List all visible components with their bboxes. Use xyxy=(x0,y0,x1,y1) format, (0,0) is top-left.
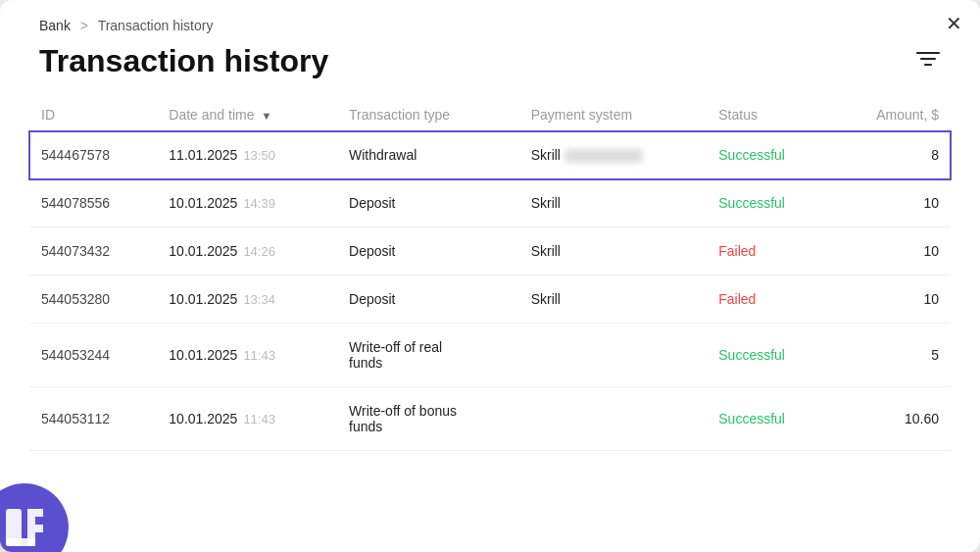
cell-amount: 10 xyxy=(831,276,951,324)
col-amount: Amount, $ xyxy=(831,99,951,131)
col-type: Transaction type xyxy=(337,99,519,131)
cell-payment: Skrill xyxy=(519,131,708,179)
cell-datetime: 10.01.202513:34 xyxy=(157,276,337,324)
cell-status: Failed xyxy=(707,276,831,324)
breadcrumb-separator: > xyxy=(80,18,88,33)
cell-datetime: 10.01.202514:39 xyxy=(157,179,337,227)
cell-datetime: 11.01.202513:50 xyxy=(157,131,337,179)
cell-id: 544053244 xyxy=(29,324,157,387)
transactions-table-container: ID Date and time ▼ Transaction type Paym… xyxy=(0,99,980,451)
cell-id: 544053112 xyxy=(29,387,157,451)
cell-status: Successful xyxy=(707,131,831,179)
cell-type: Deposit xyxy=(337,179,519,227)
cell-payment xyxy=(519,324,708,387)
cell-type: Write-off of real funds xyxy=(337,324,519,387)
cell-datetime: 10.01.202514:26 xyxy=(157,227,337,276)
cell-payment: Skrill xyxy=(519,276,708,324)
cell-amount: 10 xyxy=(831,227,951,276)
filter-icon[interactable] xyxy=(915,48,941,75)
transactions-table: ID Date and time ▼ Transaction type Paym… xyxy=(29,99,951,451)
cell-status: Failed xyxy=(707,227,831,276)
table-row[interactable]: 54446757811.01.202513:50WithdrawalSkrill… xyxy=(29,131,951,179)
transaction-history-modal: ✕ Bank > Transaction history Transaction… xyxy=(0,0,980,552)
logo-badge xyxy=(0,483,69,552)
page-title: Transaction history xyxy=(39,43,328,79)
cell-id: 544053280 xyxy=(29,276,157,324)
cell-payment xyxy=(519,387,708,451)
cell-datetime: 10.01.202511:43 xyxy=(157,324,337,387)
page-header: Transaction history xyxy=(0,33,980,99)
cell-type: Withdrawal xyxy=(337,131,519,179)
table-body: 54446757811.01.202513:50WithdrawalSkrill… xyxy=(29,131,951,451)
cell-amount: 10.60 xyxy=(831,387,951,451)
cell-amount: 5 xyxy=(831,324,951,387)
breadcrumb-current: Transaction history xyxy=(98,18,214,33)
cell-id: 544467578 xyxy=(29,131,157,179)
cell-datetime: 10.01.202511:43 xyxy=(157,387,337,451)
cell-status: Successful xyxy=(707,179,831,227)
cell-id: 544073432 xyxy=(29,227,157,276)
cell-payment: Skrill xyxy=(519,179,708,227)
close-button[interactable]: ✕ xyxy=(946,14,962,33)
col-datetime[interactable]: Date and time ▼ xyxy=(157,99,337,131)
table-row[interactable]: 54407855610.01.202514:39DepositSkrillSuc… xyxy=(29,179,951,227)
cell-id: 544078556 xyxy=(29,179,157,227)
cell-status: Successful xyxy=(707,387,831,451)
sort-arrow: ▼ xyxy=(261,110,271,122)
col-status: Status xyxy=(707,99,831,131)
cell-amount: 8 xyxy=(831,131,951,179)
col-id: ID xyxy=(29,99,157,131)
breadcrumb: Bank > Transaction history xyxy=(0,0,980,33)
table-row[interactable]: 54407343210.01.202514:26DepositSkrillFai… xyxy=(29,227,951,276)
breadcrumb-bank[interactable]: Bank xyxy=(39,18,71,33)
col-payment: Payment system xyxy=(519,99,708,131)
cell-status: Successful xyxy=(707,324,831,387)
cell-payment: Skrill xyxy=(519,227,708,276)
cell-type: Deposit xyxy=(337,276,519,324)
cell-type: Write-off of bonus funds xyxy=(337,387,519,451)
table-row[interactable]: 54405311210.01.202511:43Write-off of bon… xyxy=(29,387,951,451)
table-row[interactable]: 54405328010.01.202513:34DepositSkrillFai… xyxy=(29,276,951,324)
table-header-row: ID Date and time ▼ Transaction type Paym… xyxy=(29,99,951,131)
cell-amount: 10 xyxy=(831,179,951,227)
cell-type: Deposit xyxy=(337,227,519,276)
table-row[interactable]: 54405324410.01.202511:43Write-off of rea… xyxy=(29,324,951,387)
